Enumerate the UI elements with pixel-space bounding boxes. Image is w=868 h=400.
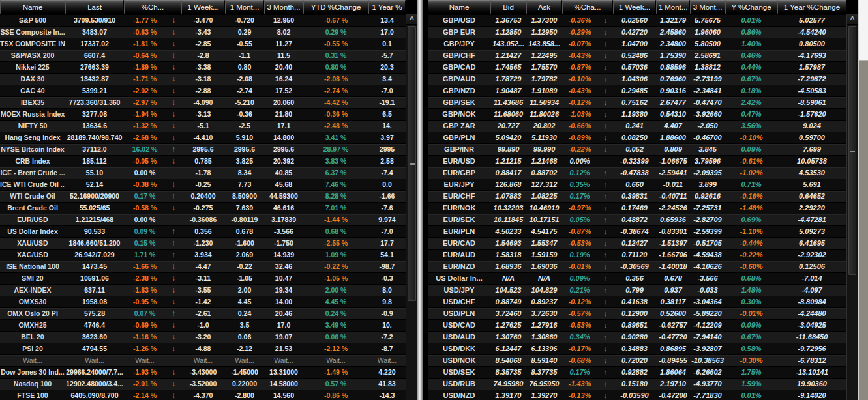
instrument-row[interactable]: Wait...Wait...Wait...Wait...Wait...Wait.… xyxy=(0,354,406,366)
instrument-row[interactable]: CRB Index185.112-0.05 %↓0.7853.82520.392… xyxy=(0,155,406,167)
instrument-row[interactable]: USD/RUB74.9598076.95950-1.43%↓0.151802.1… xyxy=(428,378,846,390)
instrument-row[interactable]: S&P/ASX 2006607.4-0.64 %↓-2.8-1.111.50.3… xyxy=(0,50,406,61)
instrument-row[interactable]: IBEX357723.360/31.360-2.97 %↓-4.090-5.21… xyxy=(0,96,406,108)
scrollbar-thumb[interactable] xyxy=(848,26,856,275)
instrument-row[interactable]: NYSE Bitcoin Index37112.016.02 %↑2995.62… xyxy=(0,143,406,155)
column-header-1-year-change[interactable]: 1 Year %Change xyxy=(777,0,846,14)
instrument-row[interactable]: GBP/CHF1.214271.22495-0.43%↓0.524861.753… xyxy=(428,50,846,61)
instrument-row[interactable]: EUR/GBP0.884170.887020.12%↑-0.47838-2.59… xyxy=(428,167,846,179)
column-header-bid[interactable]: Bid xyxy=(490,0,526,14)
instrument-row[interactable]: EUR/PLN4.502334.54175-0.87%↓-0.38674-0.8… xyxy=(428,225,846,237)
instrument-row[interactable]: TSX COMPOSITE IN...17337.02-1.81 %↓-2.85… xyxy=(0,38,406,50)
instrument-row[interactable]: OMXH254746.4-0.69 %↓-1.03.517.03.49 %10. xyxy=(0,319,406,331)
instrument-row[interactable]: GBP/AUD1.787291.79782-0.10%↓1.043060.769… xyxy=(428,73,846,85)
instrument-row[interactable]: Nikkei 22527663.39-1.89 %↓-3.380.8020.40… xyxy=(0,61,406,73)
indices-scrollbar[interactable]: ^ xyxy=(406,14,417,400)
instrument-row[interactable]: USD/AUD1.307601.308600.34%↑0.90280-0.477… xyxy=(428,331,846,343)
instrument-row[interactable]: GBP/USD1.367531.37300-0.36%↓0.025601.321… xyxy=(428,14,846,26)
instrument-row[interactable]: GBP/NZD1.904871.91089-0.43%↓0.294850.903… xyxy=(428,85,846,96)
instrument-row[interactable]: SSE Composite In...3483.07-0.63 %↓-3.430… xyxy=(0,26,406,38)
column-header-1-week[interactable]: 1 Week... xyxy=(613,0,656,14)
instrument-row[interactable]: GBP/NOK11.6806011.80026-1.03%↓1.193800.5… xyxy=(428,108,846,120)
instrument-row[interactable]: GBP ZAR20.72720.802-0.66%↓0.2414.407-2.0… xyxy=(428,120,846,132)
instrument-row[interactable]: CAC 405399.21-2.02 %↓-2.88-2.7417.52-2.7… xyxy=(0,85,406,96)
instrument-row[interactable]: ISE National 1001473.45-1.66 %↓-4.47-0.2… xyxy=(0,261,406,272)
instrument-row[interactable]: EUR/SEK10.1184510.171510.05%↑0.488720.65… xyxy=(428,214,846,225)
instrument-row[interactable]: DAX 3013432.87-1.71 %↓-3.18-2.0816.24-2.… xyxy=(0,73,406,85)
instrument-row[interactable]: MOEX Russia Index3277.08-1.94 %↓-3.13-0.… xyxy=(0,108,406,120)
instrument-row[interactable]: US Dollar Index90.5330.09 %↑0.3560.678-3… xyxy=(0,225,406,237)
instrument-row[interactable]: USD/PLN3.724603.72630-0.57%↓0.129000.526… xyxy=(428,307,846,319)
panel-divider[interactable] xyxy=(417,0,423,400)
instrument-row[interactable]: Brent Crude Oil55.025/65-0.58 %↓-0.2757.… xyxy=(0,202,406,214)
instrument-row[interactable]: SMI 2010591.06-2.38 %↓-3.11-1.0510.47-1.… xyxy=(0,272,406,284)
instrument-row[interactable]: GBP/JPY143.052...143.858...-0.07%↓1.0470… xyxy=(428,38,846,50)
instrument-row[interactable]: XAG/USD26.942/7.0291.71 %↑3.9342.06914.9… xyxy=(0,249,406,261)
column-header-ytd-change[interactable]: YTD %Change xyxy=(303,0,368,14)
instrument-row[interactable]: USD/CHF0.887490.89237-0.12%↓0.416380.381… xyxy=(428,296,846,307)
instrument-row[interactable]: OMX Oslo 20 PI575.280.07 %↑-2.610.2420.4… xyxy=(0,307,406,319)
last-cell: 3709.530/910 xyxy=(65,15,124,26)
instrument-row[interactable]: USD/CAD1.276251.27916-0.53%↓0.89651-0.62… xyxy=(428,319,846,331)
ytd-cell: -0.55 % xyxy=(303,38,368,50)
instrument-row[interactable]: EUR/JPY126.868127.3120.35%↑0.660-0.0113.… xyxy=(428,179,846,190)
forex-scrollbar[interactable]: ^ xyxy=(846,14,858,400)
column-header-1-mont[interactable]: 1 Mont... xyxy=(225,0,264,14)
instrument-row[interactable]: GBP/CAD1.745651.75570-0.87%↓0.570360.885… xyxy=(428,61,846,73)
instrument-name: Brent Crude Oil xyxy=(0,203,65,214)
instrument-row[interactable]: XAU/USD1846.660/51.2000.15 %↑-1.230-1.60… xyxy=(0,237,406,249)
instrument-row[interactable]: GBP/SEK11.4368611.50934-0.12%↓0.751622.6… xyxy=(428,96,846,108)
instrument-row[interactable]: NIFTY 5013634.6-1.32 %↓-5.1-2.517.1-2.48… xyxy=(0,120,406,132)
instrument-row[interactable]: WTI Crude Oil52.16900/209000.17 %↑0.2040… xyxy=(0,190,406,202)
instrument-name: SMI 20 xyxy=(0,273,65,284)
instrument-row[interactable]: USD/NZD1.391701.39270-0.13%↓-0.03590-0.4… xyxy=(428,390,846,400)
column-header-last[interactable]: Last xyxy=(65,0,124,14)
instrument-row[interactable]: USD/JPY104.523104.8290.21%↑0.7990.937-0.… xyxy=(428,284,846,296)
w1-cell: -1.78 xyxy=(181,167,225,179)
instrument-row[interactable]: USD/DKK6.124476.13396-0.17%↓0.348830.868… xyxy=(428,343,846,354)
scroll-up-button[interactable]: ^ xyxy=(847,14,858,25)
instrument-row[interactable]: Dow Jones 30 Ind...29966.24000/7.7...-1.… xyxy=(0,366,406,378)
instrument-row[interactable]: S&P 5003709.530/910-1.77 %↓-3.470-0.7201… xyxy=(0,14,406,26)
instrument-row[interactable]: EUR/AUD1.583181.591590.19%↑0.71120-1.667… xyxy=(428,249,846,261)
instrument-row[interactable]: ICE - Brent Crude ...55.100.00 %-1.788.3… xyxy=(0,167,406,179)
instrument-row[interactable]: EUR/CAD1.546931.55347-0.53%↓0.12427-1.51… xyxy=(428,237,846,249)
column-header-3-month[interactable]: 3 Month... xyxy=(264,0,303,14)
instrument-row[interactable]: EUR/NZD1.689361.69036-0.01%↓-0.30569-1.4… xyxy=(428,261,846,272)
instrument-row[interactable]: Nasdaq 10012902.48000/3.4...-2.01 %↓-3.5… xyxy=(0,378,406,390)
bid-cell: 20.727 xyxy=(490,121,526,132)
instrument-row[interactable]: EUR/USD1.21215/4680.00 %-0.36086-0.80119… xyxy=(0,214,406,225)
instrument-name: GBP/CAD xyxy=(428,62,490,73)
instrument-row[interactable]: EUR/NOK10.3220310.46919-0.97%↓0.17469-2.… xyxy=(428,202,846,214)
instrument-row[interactable]: GBP/PLN5.094205.11930-0.89%↓0.082501.886… xyxy=(428,132,846,143)
instrument-row[interactable]: AEX-INDEX637.11-1.83 %↓-3.552.0019.342.0… xyxy=(0,284,406,296)
instrument-row[interactable]: ICE WTI Crude Oil ...52.14-0.38 %↓-0.257… xyxy=(0,179,406,190)
scroll-up-button[interactable]: ^ xyxy=(406,14,417,25)
column-header-3-mont[interactable]: 3 Mont... xyxy=(690,0,725,14)
column-header-name[interactable]: Name xyxy=(0,0,65,14)
column-header-y-change[interactable]: Y %Change xyxy=(725,0,777,14)
instrument-row[interactable]: GBP EUR1.128501.12950-0.29%↓0.427202.458… xyxy=(428,26,846,38)
column-header-1-mont[interactable]: 1 Mont... xyxy=(656,0,690,14)
chg-cell: 0.00 % xyxy=(124,167,166,179)
column-header-name[interactable]: Name xyxy=(428,0,490,14)
instrument-row[interactable]: US Dollar In...N/AN/A0.09%↑0.3560.678-3.… xyxy=(428,272,846,284)
column-header-ch[interactable]: %Ch... xyxy=(124,0,181,14)
instrument-row[interactable]: OMXS301958.08-0.95 %↓-1.424.4514.004.45 … xyxy=(0,296,406,307)
instrument-row[interactable]: Hang Seng index28189.740/98.740-2.68 %↓-… xyxy=(0,132,406,143)
instrument-row[interactable]: EUR/USD1.212151.214680.00%-0.32399-1.066… xyxy=(428,155,846,167)
column-header-ask[interactable]: Ask xyxy=(526,0,562,14)
instrument-row[interactable]: USD/SEK8.357358.377350.17%↑0.928821.8606… xyxy=(428,366,846,378)
w1-cell: -2.61 xyxy=(181,308,225,319)
column-header-cha[interactable]: %Cha... xyxy=(562,0,613,14)
scrollbar-thumb[interactable] xyxy=(408,26,416,301)
instrument-row[interactable]: PSI 204794.55-1.26 %↓-4.88-2.1221.53-2.1… xyxy=(0,343,406,354)
ych-cell: 1.48% xyxy=(725,285,777,296)
instrument-row[interactable]: USD/NOK8.540688.59140-0.68%↓0.72020-0.89… xyxy=(428,354,846,366)
instrument-row[interactable]: BEL 203623.60-1.16 %↓-3.200.0619.070.06 … xyxy=(0,331,406,343)
instrument-row[interactable]: GBP/INR99.89099.990-0.22%↓0.0520.8093.84… xyxy=(428,143,846,155)
column-header-1-year[interactable]: 1 Year % xyxy=(368,0,406,14)
instrument-row[interactable]: EUR/CHF1.078831.082250.17%↑0.39831-0.407… xyxy=(428,190,846,202)
column-header-1-week[interactable]: 1 Week... xyxy=(181,0,225,14)
instrument-row[interactable]: FTSE 1006405.090/8.700-2.14 %↓-4.370-2.8… xyxy=(0,390,406,400)
